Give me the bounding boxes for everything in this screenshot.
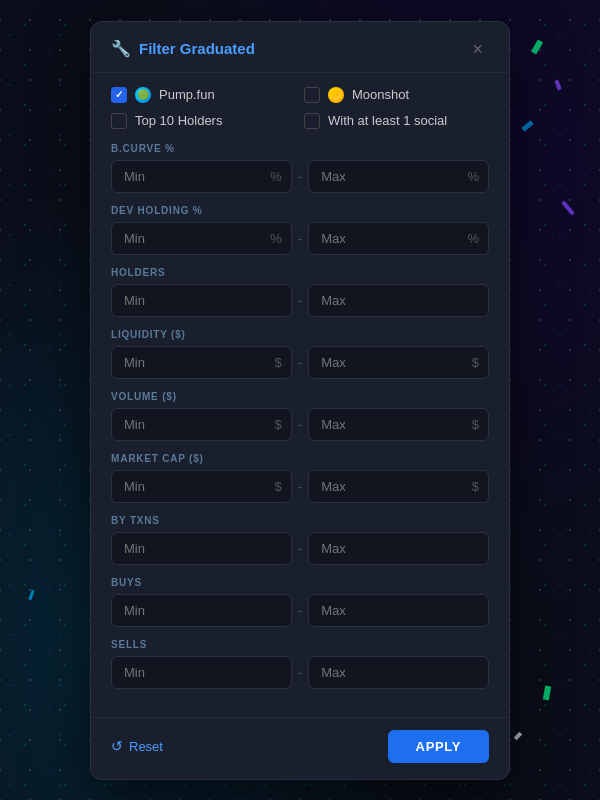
volume-min-wrapper: $ — [111, 408, 292, 441]
buys-range-row: - — [111, 594, 489, 627]
holders-range-row: - — [111, 284, 489, 317]
section-dev-holding: DEV HOLDING % % - % — [111, 205, 489, 255]
by-txns-separator: - — [298, 541, 302, 556]
checkbox-top10-box[interactable] — [111, 113, 127, 129]
reset-icon: ↺ — [111, 738, 123, 754]
volume-min-input[interactable] — [111, 408, 292, 441]
modal-body: 🟢 Pump.fun 🌙 Moonshot Top 10 Holders Wit… — [91, 73, 509, 717]
section-buys-label: BUYS — [111, 577, 489, 588]
by-txns-max-input[interactable] — [308, 532, 489, 565]
by-txns-range-row: - — [111, 532, 489, 565]
checkbox-pump[interactable]: 🟢 Pump.fun — [111, 87, 296, 103]
by-txns-min-wrapper — [111, 532, 292, 565]
by-txns-max-wrapper — [308, 532, 489, 565]
filter-modal: 🔧 Filter Graduated × 🟢 Pump.fun 🌙 Moonsh… — [90, 21, 510, 780]
sells-separator: - — [298, 665, 302, 680]
sells-min-input[interactable] — [111, 656, 292, 689]
market-cap-range-row: $ - $ — [111, 470, 489, 503]
section-volume: VOLUME ($) $ - $ — [111, 391, 489, 441]
bcurve-max-input[interactable] — [308, 160, 489, 193]
section-by-txns-label: BY TXNS — [111, 515, 489, 526]
sells-max-wrapper — [308, 656, 489, 689]
section-holders-label: HOLDERS — [111, 267, 489, 278]
apply-button[interactable]: APPLY — [388, 730, 489, 763]
bcurve-max-wrapper: % — [308, 160, 489, 193]
buys-separator: - — [298, 603, 302, 618]
market-cap-separator: - — [298, 479, 302, 494]
bcurve-range-row: % - % — [111, 160, 489, 193]
section-volume-label: VOLUME ($) — [111, 391, 489, 402]
checkbox-pump-label: Pump.fun — [159, 87, 215, 102]
modal-title: 🔧 Filter Graduated — [111, 39, 255, 58]
bcurve-separator: - — [298, 169, 302, 184]
volume-separator: - — [298, 417, 302, 432]
liquidity-max-input[interactable] — [308, 346, 489, 379]
section-buys: BUYS - — [111, 577, 489, 627]
sells-min-wrapper — [111, 656, 292, 689]
checkbox-grid: 🟢 Pump.fun 🌙 Moonshot Top 10 Holders Wit… — [111, 87, 489, 129]
bcurve-min-input[interactable] — [111, 160, 292, 193]
liquidity-min-input[interactable] — [111, 346, 292, 379]
dev-holding-separator: - — [298, 231, 302, 246]
section-by-txns: BY TXNS - — [111, 515, 489, 565]
section-bcurve-label: B.CURVE % — [111, 143, 489, 154]
close-button[interactable]: × — [466, 38, 489, 60]
section-dev-holding-label: DEV HOLDING % — [111, 205, 489, 216]
holders-max-input[interactable] — [308, 284, 489, 317]
checkbox-moonshot[interactable]: 🌙 Moonshot — [304, 87, 489, 103]
modal-footer: ↺ Reset APPLY — [91, 717, 509, 779]
volume-max-wrapper: $ — [308, 408, 489, 441]
section-bcurve: B.CURVE % % - % — [111, 143, 489, 193]
pump-icon: 🟢 — [135, 87, 151, 103]
dev-holding-range-row: % - % — [111, 222, 489, 255]
checkbox-pump-box[interactable] — [111, 87, 127, 103]
liquidity-max-wrapper: $ — [308, 346, 489, 379]
by-txns-min-input[interactable] — [111, 532, 292, 565]
dev-holding-min-input[interactable] — [111, 222, 292, 255]
checkbox-top10-label: Top 10 Holders — [135, 113, 222, 128]
sells-range-row: - — [111, 656, 489, 689]
market-cap-min-input[interactable] — [111, 470, 292, 503]
modal-title-text: Filter Graduated — [139, 40, 255, 57]
buys-min-input[interactable] — [111, 594, 292, 627]
reset-button[interactable]: ↺ Reset — [111, 738, 163, 754]
buys-max-wrapper — [308, 594, 489, 627]
holders-min-input[interactable] — [111, 284, 292, 317]
section-liquidity: LIQUIDITY ($) $ - $ — [111, 329, 489, 379]
sells-max-input[interactable] — [308, 656, 489, 689]
checkbox-moonshot-label: Moonshot — [352, 87, 409, 102]
section-market-cap: MARKET CAP ($) $ - $ — [111, 453, 489, 503]
moon-icon: 🌙 — [328, 87, 344, 103]
holders-min-wrapper — [111, 284, 292, 317]
checkbox-top10[interactable]: Top 10 Holders — [111, 113, 296, 129]
volume-max-input[interactable] — [308, 408, 489, 441]
buys-max-input[interactable] — [308, 594, 489, 627]
market-cap-max-input[interactable] — [308, 470, 489, 503]
modal-header: 🔧 Filter Graduated × — [91, 22, 509, 73]
buys-min-wrapper — [111, 594, 292, 627]
liquidity-range-row: $ - $ — [111, 346, 489, 379]
holders-separator: - — [298, 293, 302, 308]
checkbox-social-label: With at least 1 social — [328, 113, 447, 128]
dev-holding-min-wrapper: % — [111, 222, 292, 255]
section-liquidity-label: LIQUIDITY ($) — [111, 329, 489, 340]
section-holders: HOLDERS - — [111, 267, 489, 317]
section-sells: SELLS - — [111, 639, 489, 689]
market-cap-max-wrapper: $ — [308, 470, 489, 503]
checkbox-social-box[interactable] — [304, 113, 320, 129]
checkbox-moonshot-box[interactable] — [304, 87, 320, 103]
market-cap-min-wrapper: $ — [111, 470, 292, 503]
holders-max-wrapper — [308, 284, 489, 317]
bcurve-min-wrapper: % — [111, 160, 292, 193]
dev-holding-max-wrapper: % — [308, 222, 489, 255]
dev-holding-max-input[interactable] — [308, 222, 489, 255]
reset-label: Reset — [129, 739, 163, 754]
liquidity-separator: - — [298, 355, 302, 370]
checkbox-social[interactable]: With at least 1 social — [304, 113, 489, 129]
section-sells-label: SELLS — [111, 639, 489, 650]
section-market-cap-label: MARKET CAP ($) — [111, 453, 489, 464]
liquidity-min-wrapper: $ — [111, 346, 292, 379]
volume-range-row: $ - $ — [111, 408, 489, 441]
filter-icon: 🔧 — [111, 39, 131, 58]
